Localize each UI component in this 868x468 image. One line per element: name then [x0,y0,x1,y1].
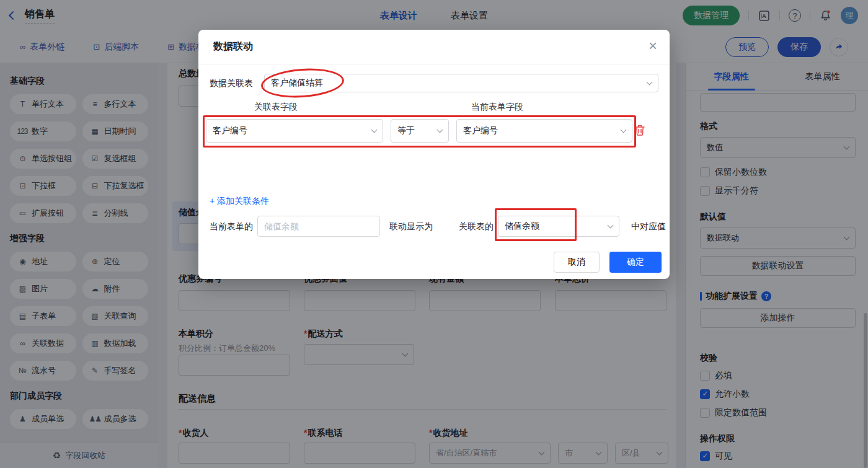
column-header-related-field: 关联表字段 [254,102,298,113]
chevron-down-icon [437,127,443,133]
map-prefix-label: 当前表单的 [210,221,253,232]
data-linkage-modal: 数据联动 × 数据关联表 客户储值结算 关联表字段 当前表单字段 客户编号 等于… [198,30,670,279]
form-designer-app: 销售单 表单设计 表单设置 数据管理 A ? 理 ∞ 表单外链 ⊡ 后 [0,0,868,468]
map-middle-label: 联动显示为 [389,221,433,232]
map-related-field-select[interactable]: 储值余额 [498,216,619,237]
cancel-button[interactable]: 取消 [554,252,600,273]
relation-table-select[interactable]: 客户储值结算 [264,74,658,92]
map-suffix-label: 中对应值 [631,221,666,232]
condition-current-field-select[interactable]: 客户编号 [456,119,632,143]
map-current-field-wrap [257,216,380,237]
chevron-down-icon [621,127,627,133]
chevron-down-icon [608,223,614,229]
modal-title: 数据联动 [213,40,253,53]
chevron-down-icon [371,127,378,133]
chevron-down-icon [647,79,653,86]
relation-table-label: 数据关联表 [210,78,253,89]
map-related-label: 关联表的 [459,221,494,232]
delete-condition-trash-icon[interactable] [635,125,645,138]
add-condition-link[interactable]: + 添加关联条件 [210,196,269,207]
column-header-current-field: 当前表单字段 [471,102,523,113]
map-current-field-input[interactable] [257,216,380,237]
condition-operator-select[interactable]: 等于 [391,119,449,143]
close-icon[interactable]: × [649,38,657,53]
confirm-button[interactable]: 确定 [609,252,662,273]
condition-related-field-select[interactable]: 客户编号 [206,119,383,143]
modal-header: 数据联动 × [198,30,670,64]
